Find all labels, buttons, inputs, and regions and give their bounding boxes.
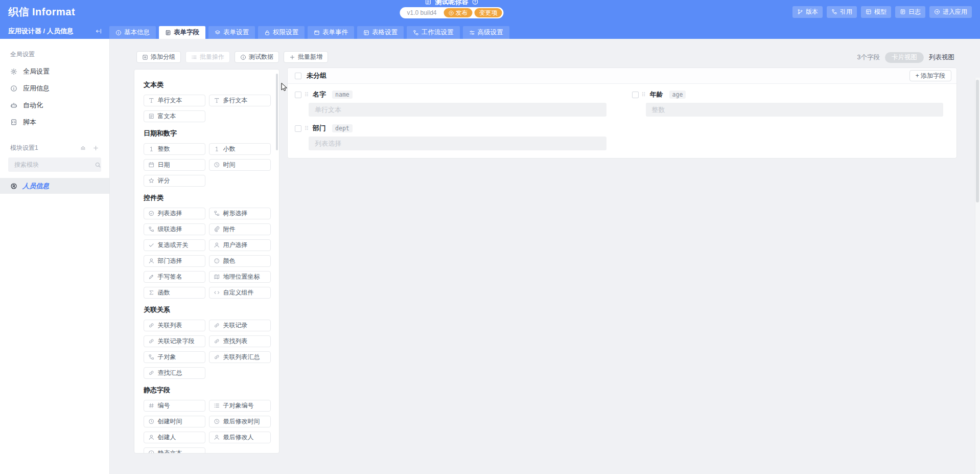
palette-item-级联选择[interactable]: 级联选择	[144, 223, 205, 235]
palette-item-富文本[interactable]: 富文本	[144, 110, 205, 122]
tab-权限设置[interactable]: 权限设置	[258, 26, 305, 39]
palette-item-多行文本[interactable]: 多行文本	[209, 95, 271, 106]
palette-item-label: 小数	[223, 145, 236, 153]
palette-item-手写签名[interactable]: 手写签名	[144, 271, 205, 283]
changes-button[interactable]: 变更项	[475, 8, 502, 17]
sidebar-item-脚本[interactable]: 脚本	[0, 114, 109, 130]
field-card-age[interactable]: ⠿年龄age整数	[632, 90, 944, 117]
field-checkbox[interactable]	[295, 125, 301, 132]
toolbar-button-批量新增[interactable]: 批量新增	[284, 51, 328, 63]
palette-item-单行文本[interactable]: 单行文本	[144, 95, 205, 106]
tab-工作流设置[interactable]: 工作流设置	[407, 26, 460, 39]
palette-item-查找列表[interactable]: 查找列表	[209, 335, 271, 347]
clock-icon	[214, 162, 220, 168]
palette-item-自定义组件[interactable]: 自定义组件	[209, 287, 271, 299]
palette-item-列表选择[interactable]: 列表选择	[144, 208, 205, 219]
publish-button[interactable]: 发布	[444, 8, 473, 17]
palette-item-时间[interactable]: 时间	[209, 159, 271, 171]
palette-item-静态文本[interactable]: 静态文本	[144, 447, 205, 454]
palette-item-label: 整数	[158, 145, 170, 153]
list-view-toggle[interactable]: 列表视图	[929, 53, 954, 62]
sidebar-item-全局设置[interactable]: 全局设置	[0, 63, 109, 80]
header-action-label: 模型	[874, 8, 886, 16]
toolbar-button-测试数据[interactable]: 测试数据	[235, 51, 279, 63]
enter-icon	[934, 9, 940, 15]
palette-item-子对象编号[interactable]: 子对象编号	[209, 400, 271, 412]
add-field-button[interactable]: + 添加字段	[909, 70, 951, 81]
sidebar-item-应用信息[interactable]: 应用信息	[0, 80, 109, 97]
palette-item-最后修改人[interactable]: 最后修改人	[209, 432, 271, 443]
palette-item-label: 关联列表汇总	[223, 353, 260, 362]
field-card-dept[interactable]: ⠿部门dept列表选择	[295, 124, 606, 150]
palette-item-小数[interactable]: 小数	[209, 143, 271, 155]
collapse-sidebar-icon[interactable]	[95, 28, 102, 35]
toolbar-button-label: 测试数据	[249, 53, 273, 61]
header-action-日志[interactable]: 日志	[895, 6, 925, 18]
palette-item-子对象[interactable]: 子对象	[144, 351, 205, 363]
palette-item-日期[interactable]: 日期	[144, 159, 205, 171]
palette-item-部门选择[interactable]: 部门选择	[144, 255, 205, 267]
palette-item-创建人[interactable]: 创建人	[144, 432, 205, 443]
tab-表单事件[interactable]: 表单事件	[308, 26, 354, 39]
tab-表单字段[interactable]: 表单字段	[159, 26, 205, 39]
page-scrollbar-thumb[interactable]	[976, 80, 979, 202]
field-checkbox[interactable]	[295, 92, 301, 98]
group-checkbox[interactable]	[295, 73, 301, 79]
palette-item-关联记录[interactable]: 关联记录	[209, 320, 271, 331]
palette-item-树形选择[interactable]: 树形选择	[209, 208, 271, 219]
check-circle-icon	[148, 210, 155, 217]
header-action-版本[interactable]: 版本	[792, 6, 823, 18]
eject-icon[interactable]	[80, 145, 86, 151]
field-key-tag: age	[669, 91, 686, 99]
palette-item-查找汇总[interactable]: 查找汇总	[144, 367, 205, 379]
palette-item-附件[interactable]: 附件	[209, 223, 271, 235]
model-icon	[363, 30, 369, 36]
module-item-人员信息[interactable]: 人员信息	[0, 178, 109, 194]
field-card-name[interactable]: ⠿名字name单行文本	[295, 90, 606, 117]
sidebar-item-自动化[interactable]: 自动化	[0, 97, 109, 114]
help-icon[interactable]	[472, 0, 478, 5]
add-module-icon[interactable]	[92, 145, 99, 151]
header-action-模型[interactable]: 模型	[861, 6, 891, 18]
drag-handle-icon[interactable]: ⠿	[305, 126, 309, 131]
tab-基本信息[interactable]: 基本信息	[109, 26, 156, 39]
page-scrollbar[interactable]	[975, 78, 980, 474]
palette-item-颜色[interactable]: 颜色	[209, 255, 271, 267]
drag-handle-icon[interactable]: ⠿	[642, 92, 646, 98]
module-search-input[interactable]	[13, 161, 95, 169]
palette-item-关联列表汇总[interactable]: 关联列表汇总	[209, 351, 271, 363]
tab-高级设置[interactable]: 高级设置	[463, 26, 509, 39]
toolbar-button-添加分组[interactable]: 添加分组	[136, 51, 181, 63]
palette-item-复选或开关[interactable]: 复选或开关	[144, 239, 205, 251]
card-view-toggle[interactable]: 卡片视图	[885, 52, 924, 63]
palette-item-label: 查找汇总	[158, 369, 182, 377]
palette-item-地理位置坐标[interactable]: 地理位置坐标	[209, 271, 271, 283]
app-logo[interactable]: 织信 Informat	[8, 5, 75, 19]
lock-icon	[264, 30, 270, 36]
palette-item-关联列表[interactable]: 关联列表	[144, 320, 205, 331]
palette-item-最后修改时间[interactable]: 最后修改时间	[209, 416, 271, 427]
link-icon	[148, 338, 155, 345]
tab-表格设置[interactable]: 表格设置	[357, 26, 404, 39]
palette-scrollbar[interactable]	[276, 74, 278, 150]
header-action-进入应用[interactable]: 进入应用	[929, 6, 972, 18]
palette-item-用户选择[interactable]: 用户选择	[209, 239, 271, 251]
header-action-引用[interactable]: 引用	[827, 6, 857, 18]
palette-item-函数[interactable]: 函数	[144, 287, 205, 299]
palette-item-评分[interactable]: 评分	[144, 175, 205, 187]
drag-handle-icon[interactable]: ⠿	[305, 92, 309, 98]
module-section-label: 模块设置1	[10, 144, 38, 152]
palette-item-label: 树形选择	[223, 209, 248, 218]
palette-item-创建时间[interactable]: 创建时间	[144, 416, 205, 427]
listnum-icon	[214, 402, 220, 409]
palette-item-整数[interactable]: 整数	[144, 143, 205, 155]
sidebar-item-label: 全局设置	[23, 67, 50, 76]
palette-item-label: 最后修改人	[223, 433, 254, 442]
palette-item-label: 关联记录	[223, 321, 248, 330]
field-checkbox[interactable]	[632, 92, 639, 98]
tab-表单设置[interactable]: 表单设置	[208, 26, 255, 39]
window-icon	[314, 30, 320, 36]
palette-item-编号[interactable]: 编号	[144, 400, 205, 412]
palette-item-关联记录字段[interactable]: 关联记录字段	[144, 335, 205, 347]
publish-icon	[449, 10, 454, 16]
